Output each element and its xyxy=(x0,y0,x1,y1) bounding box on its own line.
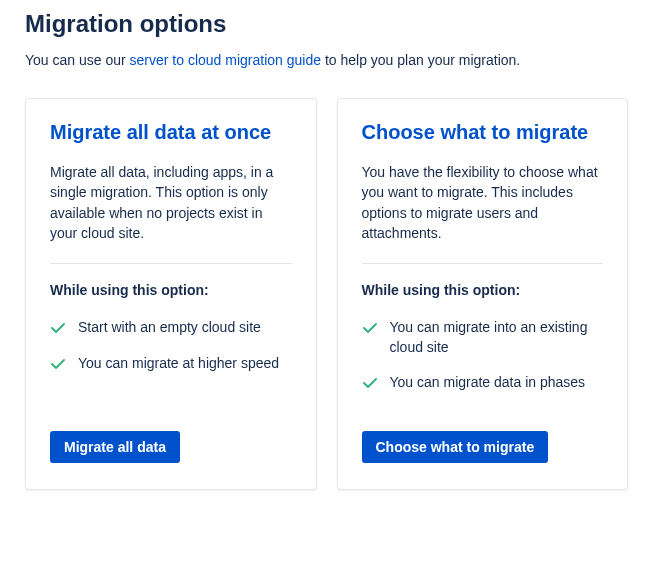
divider xyxy=(362,263,604,264)
choose-what-button[interactable]: Choose what to migrate xyxy=(362,431,549,463)
benefits-heading: While using this option: xyxy=(50,282,292,298)
intro-text: You can use our server to cloud migratio… xyxy=(25,52,628,68)
list-item: Start with an empty cloud site xyxy=(50,318,292,338)
card-description: Migrate all data, including apps, in a s… xyxy=(50,162,292,243)
card-choose-what: Choose what to migrate You have the flex… xyxy=(337,98,629,490)
card-migrate-all: Migrate all data at once Migrate all dat… xyxy=(25,98,317,490)
check-icon xyxy=(50,320,66,336)
check-icon xyxy=(362,375,378,391)
card-title: Migrate all data at once xyxy=(50,121,292,144)
benefits-list: Start with an empty cloud site You can m… xyxy=(50,318,292,389)
page-title: Migration options xyxy=(25,10,628,38)
migrate-all-button[interactable]: Migrate all data xyxy=(50,431,180,463)
list-item: You can migrate at higher speed xyxy=(50,354,292,374)
benefits-list: You can migrate into an existing cloud s… xyxy=(362,318,604,409)
card-description: You have the flexibility to choose what … xyxy=(362,162,604,243)
benefit-text: Start with an empty cloud site xyxy=(78,318,261,338)
divider xyxy=(50,263,292,264)
benefits-heading: While using this option: xyxy=(362,282,604,298)
check-icon xyxy=(50,356,66,372)
benefit-text: You can migrate at higher speed xyxy=(78,354,279,374)
list-item: You can migrate into an existing cloud s… xyxy=(362,318,604,357)
intro-prefix: You can use our xyxy=(25,52,130,68)
check-icon xyxy=(362,320,378,336)
benefit-text: You can migrate into an existing cloud s… xyxy=(390,318,604,357)
benefit-text: You can migrate data in phases xyxy=(390,373,586,393)
card-title: Choose what to migrate xyxy=(362,121,604,144)
list-item: You can migrate data in phases xyxy=(362,373,604,393)
migration-guide-link[interactable]: server to cloud migration guide xyxy=(130,52,321,68)
intro-suffix: to help you plan your migration. xyxy=(321,52,520,68)
cards-container: Migrate all data at once Migrate all dat… xyxy=(25,98,628,490)
